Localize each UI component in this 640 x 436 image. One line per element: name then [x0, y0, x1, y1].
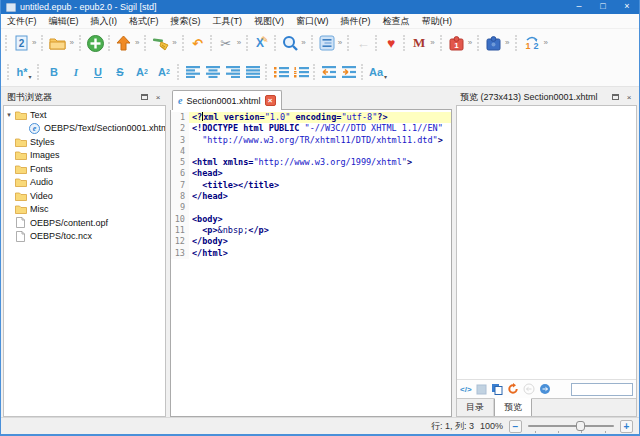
- code-line-6[interactable]: 6<head>: [171, 168, 451, 179]
- code-line-8[interactable]: 8</head>: [171, 191, 451, 202]
- tree-item-misc[interactable]: Misc: [4, 203, 165, 217]
- strikethrough-button[interactable]: S: [109, 61, 131, 83]
- chevron-more-icon[interactable]: »: [337, 32, 345, 54]
- code-line-9[interactable]: 9: [171, 202, 451, 213]
- indent-button[interactable]: [339, 61, 359, 83]
- code-line-2[interactable]: 2<!DOCTYPE html PUBLIC "-//W3C//DTD XHTM…: [171, 123, 451, 134]
- chevron-more-icon[interactable]: »: [543, 32, 551, 54]
- preview-viewport[interactable]: [457, 106, 636, 379]
- chevron-more-icon[interactable]: »: [68, 32, 76, 54]
- plugin-one-button[interactable]: 1: [446, 32, 467, 54]
- bold-button[interactable]: B: [43, 61, 65, 83]
- select-element-icon[interactable]: [476, 382, 487, 396]
- maximize-button[interactable]: □: [591, 0, 615, 14]
- tab-section0001[interactable]: e Section0001.xhtml ×: [172, 90, 282, 110]
- plugin-manager-button[interactable]: [483, 32, 504, 54]
- code-line-1[interactable]: 1<?xml version="1.0" encoding="utf-8"?>: [171, 112, 451, 123]
- forward-nav-icon[interactable]: [539, 382, 551, 396]
- code-line-3[interactable]: 3 "http://www.w3.org/TR/xhtml11/DTD/xhtm…: [171, 135, 451, 146]
- menu-item-2[interactable]: 插入(I): [85, 14, 124, 29]
- code-line-10[interactable]: 10<body>: [171, 214, 451, 225]
- outdent-button[interactable]: [319, 61, 339, 83]
- clean-button[interactable]: [150, 32, 171, 54]
- tree-item-images[interactable]: Images: [4, 149, 165, 163]
- tab-close-icon[interactable]: ×: [265, 95, 276, 106]
- menu-item-7[interactable]: 窗口(W): [290, 14, 335, 29]
- chevron-more-icon[interactable]: »: [31, 32, 39, 54]
- menu-item-1[interactable]: 编辑(E): [43, 14, 85, 29]
- zoom-slider[interactable]: [528, 420, 614, 433]
- superscript-button[interactable]: A2: [153, 61, 175, 83]
- align-justify-button[interactable]: [243, 61, 263, 83]
- refresh-icon[interactable]: [507, 382, 519, 396]
- code-line-4[interactable]: 4: [171, 146, 451, 157]
- code-line-12[interactable]: 12</body>: [171, 236, 451, 247]
- menu-item-10[interactable]: 帮助(H): [416, 14, 459, 29]
- tree-item-text[interactable]: ▾Text: [4, 108, 165, 122]
- chevron-more-icon[interactable]: »: [429, 32, 437, 54]
- delete-markup-button[interactable]: X ✎: [252, 32, 272, 54]
- minimize-button[interactable]: –: [567, 0, 591, 14]
- undo-button[interactable]: ↶: [188, 32, 208, 54]
- open-file-button[interactable]: [47, 32, 68, 54]
- code-editor[interactable]: 1<?xml version="1.0" encoding="utf-8"?>2…: [170, 110, 452, 417]
- code-line-11[interactable]: 11 <p>&nbsp;</p>: [171, 225, 451, 236]
- cut-button[interactable]: ✂: [216, 32, 236, 54]
- preview-tab-inactive[interactable]: 目录: [457, 399, 494, 416]
- close-panel-button[interactable]: ×: [623, 91, 635, 103]
- tree-item-video[interactable]: Video: [4, 189, 165, 203]
- numbered-list-button[interactable]: [291, 61, 311, 83]
- align-center-button[interactable]: [203, 61, 223, 83]
- chevron-more-icon[interactable]: »: [171, 32, 179, 54]
- preview-tab-active[interactable]: 预览: [494, 398, 532, 416]
- close-button[interactable]: ×: [615, 0, 639, 14]
- checkpoint-button[interactable]: 1 2: [521, 32, 543, 54]
- tree-item-fonts[interactable]: Fonts: [4, 162, 165, 176]
- close-panel-button[interactable]: ×: [152, 91, 164, 103]
- chevron-more-icon[interactable]: »: [300, 32, 308, 54]
- align-right-button[interactable]: [223, 61, 243, 83]
- tree-item-oebps-text-section0001-xhtml[interactable]: eOEBPS/Text/Section0001.xhtml: [4, 122, 165, 136]
- back-button[interactable]: ←: [353, 32, 373, 54]
- subscript-button[interactable]: A2: [131, 61, 153, 83]
- add-existing-button[interactable]: [85, 32, 106, 54]
- new-file-button[interactable]: 2: [11, 32, 31, 54]
- inspect-code-icon[interactable]: </>: [460, 382, 472, 396]
- menu-item-9[interactable]: 检查点: [377, 14, 416, 29]
- menu-item-0[interactable]: 文件(F): [1, 14, 43, 29]
- chevron-more-icon[interactable]: »: [236, 32, 244, 54]
- underline-button[interactable]: U: [87, 61, 109, 83]
- italic-button[interactable]: I: [65, 61, 87, 83]
- menu-item-8[interactable]: 插件(P): [335, 14, 377, 29]
- float-panel-button[interactable]: [609, 91, 621, 103]
- chevron-more-icon[interactable]: »: [504, 32, 512, 54]
- tree-item-oebps-content-opf[interactable]: OEBPS/content.opf: [4, 216, 165, 230]
- code-line-7[interactable]: 7 <title></title>: [171, 180, 451, 191]
- code-line-13[interactable]: 13</html>: [171, 248, 451, 259]
- change-case-select[interactable]: Aa ▾: [367, 61, 389, 83]
- donate-button[interactable]: ♥: [381, 32, 401, 54]
- chevron-more-icon[interactable]: »: [134, 32, 142, 54]
- back-nav-icon[interactable]: [523, 382, 535, 396]
- metadata-editor-button[interactable]: M: [409, 32, 429, 54]
- heading-select[interactable]: h* ▾: [13, 61, 35, 83]
- tree-item-styles[interactable]: Styles: [4, 135, 165, 149]
- zoom-in-button[interactable]: +: [620, 420, 633, 433]
- preview-search-input[interactable]: [571, 383, 633, 396]
- expander-icon[interactable]: ▾: [4, 111, 14, 119]
- float-panel-button[interactable]: [138, 91, 150, 103]
- menu-item-4[interactable]: 搜索(S): [165, 14, 207, 29]
- code-line-5[interactable]: 5<html xmlns="http://www.w3.org/1999/xht…: [171, 157, 451, 168]
- chevron-more-icon[interactable]: »: [467, 32, 475, 54]
- tree-item-oebps-toc-ncx[interactable]: OEBPS/toc.ncx: [4, 230, 165, 244]
- slider-handle[interactable]: [576, 421, 585, 431]
- tree-item-audio[interactable]: Audio: [4, 176, 165, 190]
- save-button[interactable]: [114, 32, 134, 54]
- find-replace-button[interactable]: [280, 32, 300, 54]
- copy-icon[interactable]: [491, 382, 503, 396]
- zoom-out-button[interactable]: −: [509, 420, 522, 433]
- align-left-button[interactable]: [183, 61, 203, 83]
- menu-item-6[interactable]: 视图(V): [248, 14, 290, 29]
- menu-item-5[interactable]: 工具(T): [207, 14, 249, 29]
- bullet-list-button[interactable]: [271, 61, 291, 83]
